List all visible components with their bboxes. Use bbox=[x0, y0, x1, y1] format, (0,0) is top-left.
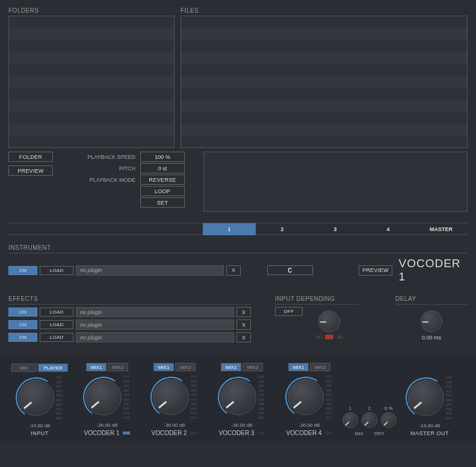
list-item bbox=[181, 16, 467, 28]
list-item bbox=[181, 113, 467, 125]
list-item bbox=[181, 88, 467, 101]
voc2-value: -36.00 dB bbox=[164, 422, 185, 428]
tab-1[interactable]: 1 bbox=[203, 223, 256, 235]
fx2-on-button[interactable]: ON bbox=[8, 320, 37, 329]
fx2-clear-button[interactable]: X bbox=[236, 320, 251, 330]
folders-label: FOLDERS bbox=[8, 7, 175, 14]
preview-button[interactable]: PREVIEW bbox=[8, 165, 53, 176]
tab-2[interactable]: 2 bbox=[256, 223, 309, 235]
waveform-preview[interactable] bbox=[203, 152, 468, 212]
input-depending-knob[interactable] bbox=[318, 311, 340, 332]
reverse-button[interactable]: REVERSE bbox=[140, 175, 185, 185]
mix-num-2: 2 bbox=[368, 406, 371, 411]
delay-value: 0.00 ms bbox=[422, 335, 441, 341]
tab-3[interactable]: 3 bbox=[309, 223, 362, 235]
master-label: MASTER OUT bbox=[410, 430, 449, 436]
fx2-load-button[interactable]: LOAD bbox=[40, 320, 73, 329]
tab-master[interactable]: MASTER bbox=[415, 223, 468, 235]
list-item bbox=[181, 137, 467, 148]
list-item bbox=[9, 52, 174, 64]
files-list[interactable] bbox=[181, 16, 468, 148]
voc1-value: -36.00 dB bbox=[97, 422, 118, 428]
voc4-mix1-button[interactable]: MIX1 bbox=[288, 363, 309, 371]
list-item bbox=[9, 40, 174, 52]
instrument-on-button[interactable]: ON bbox=[8, 266, 37, 275]
delay-label: DELAY bbox=[395, 295, 468, 302]
pitch-value[interactable]: 0 st bbox=[140, 163, 185, 173]
voc2-gain-knob[interactable] bbox=[153, 379, 189, 415]
voc3-active-led-icon bbox=[258, 431, 265, 435]
voc3-mix1-button[interactable]: MIX1 bbox=[221, 363, 241, 371]
key-selector[interactable]: C bbox=[267, 265, 313, 275]
voc4-gain-knob[interactable] bbox=[288, 379, 324, 415]
playback-speed-label: PLAYBACK SPEED bbox=[77, 154, 140, 160]
fx1-plugin-name[interactable]: no plugin bbox=[76, 307, 234, 317]
list-item bbox=[181, 76, 467, 88]
folders-list[interactable] bbox=[8, 16, 175, 148]
input-value: -19.80 dB bbox=[29, 423, 51, 428]
fx1-on-button[interactable]: ON bbox=[8, 308, 37, 317]
master-gain-knob[interactable] bbox=[408, 380, 444, 416]
dry-value: 0 % bbox=[385, 406, 393, 411]
instrument-clear-button[interactable]: X bbox=[226, 265, 241, 276]
set-button[interactable]: SET bbox=[140, 197, 185, 208]
voc1-mix1-button[interactable]: MIX1 bbox=[86, 363, 107, 371]
input-depending-label: INPUT DEPENDING bbox=[275, 295, 359, 302]
voc2-mix1-button[interactable]: MIX1 bbox=[153, 363, 174, 371]
list-item bbox=[9, 88, 174, 101]
voc4-mix2-button[interactable]: MIX2 bbox=[310, 363, 330, 371]
voc3-value: -36.00 dB bbox=[232, 422, 253, 428]
input-depending-toggle[interactable]: OFF bbox=[275, 307, 303, 316]
playback-mode-label: PLAYBACK MODE bbox=[77, 177, 140, 183]
dry-label: DRY bbox=[374, 431, 385, 436]
fx1-clear-button[interactable]: X bbox=[236, 307, 251, 317]
mix-knob-1[interactable] bbox=[342, 412, 358, 428]
voc2-mix2-button[interactable]: MIX2 bbox=[175, 363, 196, 371]
voc1-active-led-icon bbox=[123, 431, 130, 435]
voc3-label: VOCODER 3 bbox=[219, 430, 255, 436]
instrument-label: INSTRUMENT bbox=[8, 244, 468, 251]
fx2-plugin-name[interactable]: no plugin bbox=[76, 320, 234, 330]
files-label: FILES bbox=[181, 7, 468, 14]
center-indicator-icon bbox=[325, 335, 333, 339]
loop-button[interactable]: LOOP bbox=[140, 186, 185, 196]
delay-knob[interactable] bbox=[421, 311, 442, 332]
list-item bbox=[181, 28, 467, 40]
voc1-mix2-button[interactable]: MIX2 bbox=[108, 363, 128, 371]
instrument-plugin-name[interactable]: no plugin bbox=[76, 265, 224, 276]
voc4-value: -36.00 dB bbox=[299, 422, 320, 428]
fx3-load-button[interactable]: LOAD bbox=[40, 333, 73, 342]
fx3-on-button[interactable]: ON bbox=[8, 333, 37, 342]
list-item bbox=[181, 40, 467, 52]
tab-4[interactable]: 4 bbox=[362, 223, 415, 235]
fx3-clear-button[interactable]: X bbox=[236, 332, 251, 342]
master-value: -19.80 dB bbox=[419, 423, 440, 428]
playback-speed-value[interactable]: 100 % bbox=[140, 152, 185, 162]
voc2-active-led-icon bbox=[190, 431, 197, 435]
mix-num-1: 1 bbox=[349, 406, 351, 411]
mix-knob-2[interactable] bbox=[362, 412, 377, 428]
list-item bbox=[9, 125, 174, 137]
instrument-load-button[interactable]: LOAD bbox=[40, 266, 73, 275]
voc1-gain-knob[interactable] bbox=[85, 379, 122, 415]
list-item bbox=[181, 52, 467, 64]
plus-icon: + bbox=[335, 335, 344, 339]
instrument-preview-button[interactable]: PREVIEW bbox=[359, 265, 393, 276]
player-button[interactable]: PLAYER bbox=[38, 363, 68, 372]
minus-icon: − bbox=[315, 335, 323, 339]
voc3-gain-knob[interactable] bbox=[220, 379, 256, 415]
folder-button[interactable]: FOLDER bbox=[8, 152, 53, 162]
list-item bbox=[9, 64, 174, 76]
fx1-load-button[interactable]: LOAD bbox=[40, 308, 73, 317]
list-item bbox=[9, 16, 174, 28]
voc3-mix2-button[interactable]: MIX2 bbox=[243, 363, 263, 371]
input-gain-knob[interactable] bbox=[18, 380, 54, 416]
voc2-label: VOCODER 2 bbox=[152, 430, 187, 436]
mic-button[interactable]: MIC bbox=[11, 363, 37, 372]
fx3-plugin-name[interactable]: no plugin bbox=[76, 332, 234, 342]
effects-label: EFFECTS bbox=[8, 295, 251, 302]
dry-knob[interactable] bbox=[381, 412, 397, 428]
voc4-active-led-icon bbox=[325, 431, 332, 435]
list-item bbox=[9, 101, 174, 113]
vocoder-title: VOCODER 1 bbox=[398, 257, 468, 283]
